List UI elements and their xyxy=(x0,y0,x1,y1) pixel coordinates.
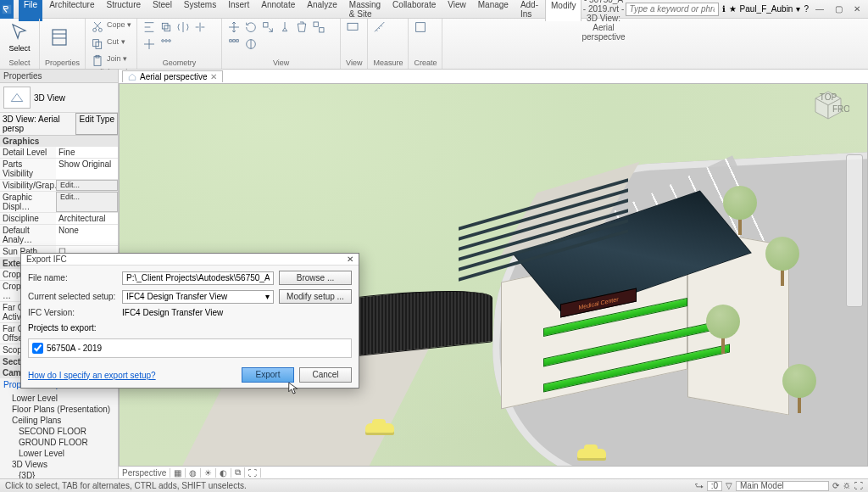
prop-value[interactable]: Show Original xyxy=(56,159,118,179)
tab-manage[interactable]: Manage xyxy=(473,0,514,21)
delete-icon[interactable] xyxy=(295,20,309,34)
type-name[interactable]: 3D View xyxy=(34,93,65,103)
paste-icon[interactable] xyxy=(91,54,104,68)
close-view-icon[interactable]: ✕ xyxy=(210,72,217,81)
crop-icon[interactable]: ⧉ xyxy=(235,467,245,478)
sb-icon[interactable]: ⛭ xyxy=(843,481,851,490)
infocenter-icon[interactable]: ℹ xyxy=(722,4,726,14)
view-icon[interactable] xyxy=(346,20,359,34)
render-icon[interactable]: ⛶ xyxy=(248,468,261,478)
visual-style-icon[interactable]: ◍ xyxy=(189,468,201,478)
view-scale[interactable]: Perspective xyxy=(122,468,170,478)
prop-key: Parts Visibility xyxy=(0,159,56,179)
browser-item[interactable]: 3D Views xyxy=(3,459,114,470)
setup-combo[interactable]: IFC4 Design Transfer View▾ xyxy=(122,290,274,304)
browser-item[interactable]: Ceiling Plans xyxy=(3,415,114,426)
prop-value[interactable]: None xyxy=(56,225,118,245)
mirror-icon[interactable] xyxy=(176,20,190,34)
tab-annotate[interactable]: Annotate xyxy=(256,0,300,21)
user-label[interactable]: Paul_F_Aubin xyxy=(740,4,793,14)
project-item[interactable]: 56750A - 2019 xyxy=(32,343,348,354)
dialog-close-icon[interactable]: ✕ xyxy=(347,254,353,264)
rotate-icon[interactable] xyxy=(244,20,258,34)
browser-item[interactable]: SECOND FLOOR xyxy=(3,426,114,437)
selection-icon[interactable]: ⮑ xyxy=(695,481,704,490)
user-dropdown-icon[interactable]: ▾ xyxy=(796,4,800,14)
search-input[interactable] xyxy=(626,3,719,16)
svg-rect-16 xyxy=(348,23,358,30)
ribbon-group-properties: Properties xyxy=(45,59,80,67)
pin-icon[interactable] xyxy=(278,20,292,34)
project-checkbox[interactable] xyxy=(32,343,43,354)
move-icon[interactable] xyxy=(227,20,241,34)
filter-icon[interactable]: ▽ xyxy=(726,481,732,490)
prop-edit-button[interactable]: Edit... xyxy=(56,180,118,191)
create-icon[interactable] xyxy=(414,20,427,34)
modify-setup-button[interactable]: Modify setup ... xyxy=(279,289,352,304)
detail-level-icon[interactable]: ▦ xyxy=(174,468,186,478)
scale-icon[interactable] xyxy=(261,20,275,34)
prop-value[interactable]: Architectural xyxy=(56,213,118,224)
signin-star-icon[interactable]: ★ xyxy=(729,4,737,14)
copy-icon[interactable] xyxy=(91,37,104,51)
offset-icon[interactable] xyxy=(159,20,173,34)
shadows-icon[interactable]: ◐ xyxy=(220,468,231,478)
split-icon[interactable] xyxy=(193,20,207,34)
workset-field[interactable]: Main Model xyxy=(736,481,829,491)
tab-modify[interactable]: Modify xyxy=(545,0,581,21)
export-button[interactable]: Export xyxy=(242,367,294,383)
tab-collaborate[interactable]: Collaborate xyxy=(387,0,441,21)
trim-icon[interactable] xyxy=(142,37,156,51)
setup-value: IFC4 Design Transfer View xyxy=(126,292,227,301)
browser-item[interactable]: Floor Plans (Presentation) xyxy=(3,404,114,415)
properties-button[interactable] xyxy=(45,20,74,54)
tab-steel[interactable]: Steel xyxy=(147,0,177,21)
tab-file[interactable]: File xyxy=(19,0,42,21)
browser-item[interactable]: GROUND FLOOR xyxy=(3,437,114,448)
cut-icon[interactable] xyxy=(91,20,104,34)
svg-rect-17 xyxy=(416,23,426,32)
maximize-button[interactable]: ▢ xyxy=(831,3,846,16)
group-icon[interactable] xyxy=(312,20,326,34)
filename-input[interactable] xyxy=(122,271,274,285)
browser-item[interactable]: Lower Level xyxy=(3,448,114,459)
view-control-bar[interactable]: Perspective ▦ ◍ ☀ ◐ ⧉ ⛶ xyxy=(119,467,264,478)
measure-icon[interactable] xyxy=(373,20,387,34)
navigation-bar[interactable] xyxy=(846,154,863,307)
tab-insert[interactable]: Insert xyxy=(223,0,254,21)
tab-view[interactable]: View xyxy=(442,0,471,21)
minimize-button[interactable]: — xyxy=(812,3,827,16)
project-browser[interactable]: Lower Level Floor Plans (Presentation) C… xyxy=(0,391,118,478)
revit-logo-icon xyxy=(1,3,13,15)
sunpath-icon[interactable]: ☀ xyxy=(204,468,216,478)
app-menu-button[interactable] xyxy=(0,0,14,19)
select-tool[interactable]: Select xyxy=(5,20,34,54)
tab-systems[interactable]: Systems xyxy=(179,0,221,21)
prop-value[interactable]: Fine xyxy=(56,147,118,158)
browser-item[interactable]: {3D} xyxy=(3,470,114,478)
edit-type-button[interactable]: Edit Type xyxy=(75,113,118,135)
array-icon[interactable] xyxy=(159,37,173,51)
help-icon[interactable]: ? xyxy=(804,4,809,14)
align-icon[interactable] xyxy=(142,20,156,34)
sb-icon[interactable]: ⛶ xyxy=(854,481,863,490)
close-button[interactable]: ✕ xyxy=(849,3,865,16)
view-tab[interactable]: Aerial perspective ✕ xyxy=(122,70,223,82)
type-preview-icon xyxy=(3,87,31,109)
help-link[interactable]: How do I specify an export setup? xyxy=(28,371,156,380)
browse-button[interactable]: Browse ... xyxy=(279,271,352,285)
array2-icon[interactable] xyxy=(227,37,241,51)
tab-structure[interactable]: Structure xyxy=(101,0,146,21)
tab-addins[interactable]: Add-Ins xyxy=(515,0,543,21)
prop-edit-button[interactable]: Edit... xyxy=(56,192,118,212)
instance-name: 3D View: Aerial persp xyxy=(0,113,75,135)
viewcube[interactable]: TOPFRONT xyxy=(807,83,849,126)
tab-architecture[interactable]: Architecture xyxy=(44,0,99,21)
unpin-icon[interactable] xyxy=(244,37,258,51)
tab-analyze[interactable]: Analyze xyxy=(302,0,342,21)
tab-massing-site[interactable]: Massing & Site xyxy=(344,0,386,21)
browser-item[interactable]: Lower Level xyxy=(3,393,114,404)
cancel-button[interactable]: Cancel xyxy=(299,367,352,383)
sb-icon[interactable]: ⟳ xyxy=(832,481,839,490)
menu-tabs: File Architecture Structure Steel System… xyxy=(19,0,581,21)
